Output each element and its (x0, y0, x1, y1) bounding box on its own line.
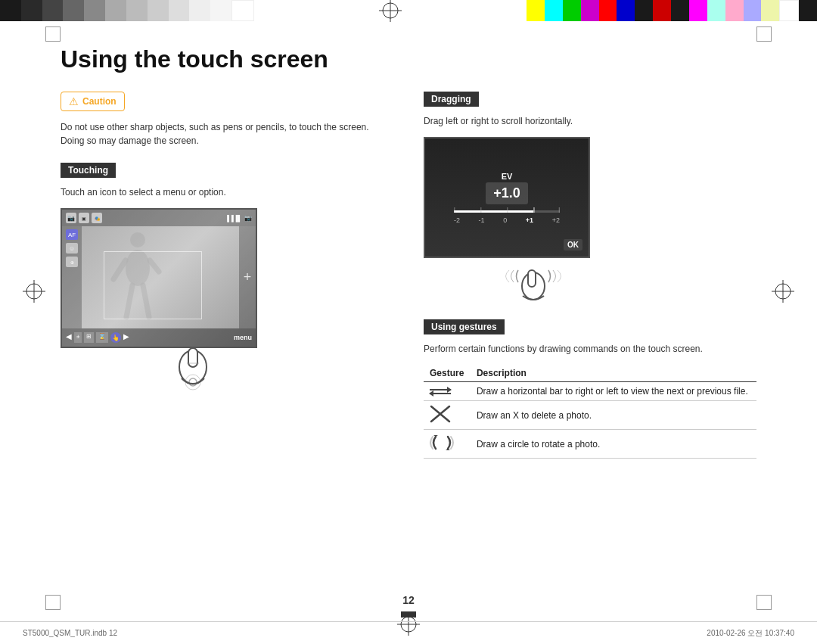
gesture-cell-x (424, 401, 471, 430)
color-swatch (231, 0, 254, 21)
drag-hand-icon (503, 260, 564, 305)
cam-zoom-icon: + (244, 269, 252, 285)
svg-marker-25 (446, 449, 450, 450)
table-row: Draw a horizontal bar to right or left t… (424, 382, 756, 401)
color-swatch (635, 0, 653, 21)
camera-top-icons: 📷 ▣ 🎭 (66, 213, 102, 223)
ev-screen-inner: EV +1.0 | | | | | (425, 138, 589, 257)
arrow-left (430, 393, 451, 394)
left-column: ⚠ Caution Do not use other sharp objects… (61, 92, 393, 459)
color-swatch (725, 0, 744, 21)
color-swatch (105, 0, 126, 21)
cam-grid-icon: ⊞ (84, 332, 94, 343)
corner-mark-tr (756, 26, 772, 42)
caution-box: ⚠ Caution (61, 92, 125, 111)
dragging-badge: Dragging (424, 92, 479, 107)
cam-icon-af: AF (66, 229, 78, 240)
camera-icon-2: ▣ (79, 213, 89, 223)
camera-left-sidebar: AF ☺ ⊕ (62, 226, 82, 328)
cam-icon-mode: ⊕ (66, 257, 78, 267)
gesture-cell-circle (424, 430, 471, 459)
ev-tick: | (507, 207, 508, 212)
camera-bottom-icons: ◀ ± ⊞ ⌛ 👆 ▶ (66, 332, 129, 343)
gesture-cell-arrows (424, 382, 471, 401)
camera-bottom-bar: ◀ ± ⊞ ⌛ 👆 ▶ menu (62, 328, 256, 347)
two-column-layout: ⚠ Caution Do not use other sharp objects… (61, 92, 756, 459)
cam-menu-label: menu (234, 334, 252, 341)
color-swatch (0, 0, 21, 21)
ev-value: +1.0 (486, 182, 528, 204)
color-swatch (707, 0, 725, 21)
gestures-section: Using gestures Perform certain functions… (424, 319, 756, 459)
camera-top-right: ▐▐▐▌ 📷 (225, 215, 252, 222)
camera-screen: 📷 ▣ 🎭 ▐▐▐▌ 📷 AF ☺ (61, 208, 257, 348)
ev-tick: | (558, 207, 560, 212)
color-swatch (779, 0, 799, 21)
corner-mark-br (756, 595, 772, 610)
ev-scale-area: | | | | | -2 -1 0 +1 +2 (454, 210, 560, 224)
color-swatch (21, 0, 42, 21)
touch-hand-icon (170, 341, 216, 394)
ev-tick: | (454, 207, 455, 212)
camera-icon-3: 🎭 (92, 213, 102, 223)
caution-label: Caution (82, 96, 116, 107)
corner-mark-tl (45, 26, 61, 42)
gestures-badge: Using gestures (424, 319, 505, 334)
caution-text: Do not use other sharp objects, such as … (61, 120, 393, 148)
ev-num-5: +2 (552, 216, 560, 224)
color-swatch (42, 0, 64, 21)
page-title: Using the touch screen (61, 45, 756, 73)
color-swatch (599, 0, 617, 21)
camera-icon-1: 📷 (66, 213, 76, 223)
ev-ok-button: OK (564, 239, 582, 250)
drag-hand-area (461, 260, 605, 307)
cam-prev-icon: ◀ (66, 332, 72, 343)
cam-icon-face: ☺ (66, 243, 78, 254)
color-swatch (744, 0, 762, 21)
col-description: Description (471, 365, 756, 382)
ev-scale-numbers: -2 -1 0 +1 +2 (454, 216, 560, 224)
registration-mark-top (379, 0, 402, 22)
ev-mockup: EV +1.0 | | | | | (424, 137, 605, 307)
registration-mark-left (23, 280, 45, 305)
table-row: Draw a circle to rotate a photo. (424, 430, 756, 459)
ev-label: EV (502, 172, 513, 181)
ev-num-3: 0 (503, 216, 507, 224)
right-column: Dragging Drag left or right to scroll ho… (424, 92, 756, 459)
gesture-desc-3: Draw a circle to rotate a photo. (471, 430, 756, 459)
cam-ev-icon: ± (74, 332, 82, 343)
camera-selection-box (104, 251, 202, 319)
color-swatch (581, 0, 599, 21)
color-swatch (689, 0, 707, 21)
ev-num-4: +1 (526, 216, 533, 224)
touching-description: Touch an icon to select a menu or option… (61, 185, 393, 199)
col-gesture: Gesture (424, 365, 471, 382)
bottom-bar: ST5000_QSM_TUR.indb 12 2010-02-26 오전 10:… (0, 621, 817, 644)
gesture-desc-1: Draw a horizontal bar to right or left t… (471, 382, 756, 401)
registration-mark-right (772, 280, 794, 305)
ev-tick-active: | (533, 207, 535, 212)
ev-num-1: -2 (454, 216, 460, 224)
color-swatch (799, 0, 817, 21)
color-swatch (653, 0, 671, 21)
color-swatch (189, 0, 210, 21)
battery-indicator: ▐▐▐▌ (225, 215, 242, 222)
color-swatch (617, 0, 635, 21)
color-swatch (671, 0, 689, 21)
color-swatch (63, 0, 84, 21)
top-center-reg (254, 0, 527, 21)
touch-hand-area (121, 341, 265, 396)
color-swatch (210, 0, 231, 21)
svg-marker-24 (433, 435, 438, 437)
main-content: Using the touch screen ⚠ Caution Do not … (61, 45, 756, 599)
ev-tick: | (480, 207, 482, 212)
gestures-table: Gesture Description (424, 365, 756, 459)
ev-screen: EV +1.0 | | | | | (424, 137, 590, 258)
ev-scale-fill (454, 210, 533, 213)
ev-num-2: -1 (479, 216, 485, 224)
cam-touch-icon: 👆 (110, 332, 121, 343)
bottom-right-text: 2010-02-26 오전 10:37:40 (707, 628, 794, 639)
camera-screen-inner: 📷 ▣ 🎭 ▐▐▐▌ 📷 AF ☺ (62, 210, 256, 347)
svg-point-9 (130, 232, 145, 247)
gestures-description: Perform certain functions by drawing com… (424, 342, 756, 356)
